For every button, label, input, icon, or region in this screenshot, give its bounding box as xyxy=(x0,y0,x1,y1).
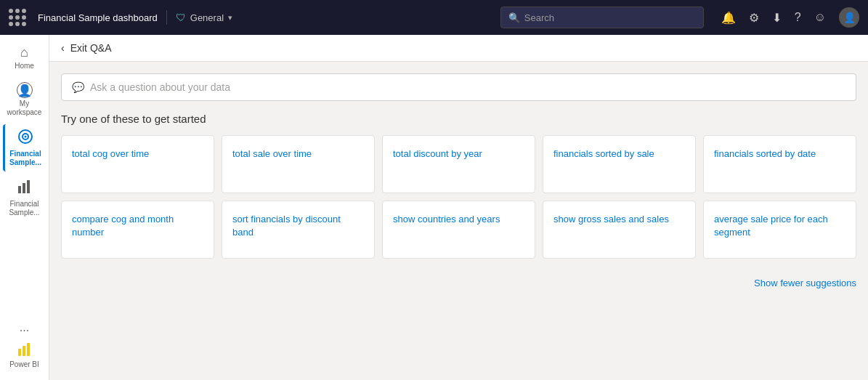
suggestion-card-7[interactable]: sort financials by discount band xyxy=(222,201,375,259)
show-fewer-link[interactable]: Show fewer suggestions xyxy=(754,278,856,288)
nav-workspace-label: General xyxy=(190,12,224,23)
powerbi-label: Power BI xyxy=(9,360,39,368)
suggestion-text-1: total cog over time xyxy=(72,147,149,161)
sidebar-home-label: Home xyxy=(15,62,34,70)
suggestion-text-9: show gross sales and sales xyxy=(553,213,669,226)
suggestion-text-2: total sale over time xyxy=(232,147,312,161)
svg-rect-6 xyxy=(18,349,21,356)
suggestion-card-3[interactable]: total discount by year xyxy=(382,135,535,193)
suggestions-title: Try one of these to get started xyxy=(61,113,856,125)
suggestion-text-8: show countries and years xyxy=(393,213,500,226)
svg-point-2 xyxy=(25,136,27,138)
bell-icon[interactable]: 🔔 xyxy=(721,11,736,25)
top-nav: Financial Sample dashboard 🛡 General ▾ 🔍… xyxy=(0,0,868,35)
sidebar-financial-active-label: Financial Sample... xyxy=(8,150,44,167)
nav-divider xyxy=(166,10,167,25)
suggestion-card-10[interactable]: average sale price for each segment xyxy=(703,201,856,259)
svg-rect-8 xyxy=(27,343,30,356)
chevron-down-icon: ▾ xyxy=(228,13,232,23)
nav-workspace-badge[interactable]: 🛡 General ▾ xyxy=(176,12,232,23)
suggestion-text-6: compare cog and month number xyxy=(72,213,203,239)
download-icon[interactable]: ⬇ xyxy=(772,11,782,25)
search-icon: 🔍 xyxy=(508,12,520,23)
main-content: ‹ Exit Q&A 💬 Ask a question about your d… xyxy=(49,35,868,380)
suggestion-text-7: sort financials by discount band xyxy=(232,213,364,239)
suggestion-card-4[interactable]: financials sorted by sale xyxy=(543,135,696,193)
suggestion-text-5: financials sorted by date xyxy=(714,147,816,161)
bar-chart-icon xyxy=(17,179,33,198)
more-icon: ... xyxy=(20,321,29,333)
sidebar-powerbi[interactable]: Power BI xyxy=(9,341,39,374)
powerbi-logo-icon xyxy=(15,341,33,359)
sidebar-financial-2-label: Financial Sample... xyxy=(6,200,44,217)
feedback-icon[interactable]: ☺ xyxy=(814,11,826,24)
help-icon[interactable]: ? xyxy=(795,11,801,24)
search-placeholder: Search xyxy=(524,12,554,23)
svg-rect-7 xyxy=(23,346,25,356)
suggestion-card-6[interactable]: compare cog and month number xyxy=(61,201,214,259)
gear-icon[interactable]: ⚙ xyxy=(749,11,759,25)
suggestion-card-5[interactable]: financials sorted by date xyxy=(703,135,856,193)
sidebar: ⌂ Home 👤 My workspace Financial Sample..… xyxy=(0,35,49,380)
qa-placeholder-text: Ask a question about your data xyxy=(90,81,230,93)
avatar-icon: 👤 xyxy=(843,12,856,23)
person-icon: 👤 xyxy=(17,82,33,98)
user-avatar[interactable]: 👤 xyxy=(839,7,859,28)
svg-rect-4 xyxy=(23,183,25,193)
sidebar-item-financial-active[interactable]: Financial Sample... xyxy=(3,124,46,171)
chat-icon: 💬 xyxy=(72,81,84,93)
suggestion-text-4: financials sorted by sale xyxy=(553,147,654,161)
qa-input-section: 💬 Ask a question about your data xyxy=(49,62,868,113)
app-grid-icon[interactable] xyxy=(9,9,26,26)
nav-title: Financial Sample dashboard xyxy=(38,12,158,23)
suggestion-card-2[interactable]: total sale over time xyxy=(222,135,375,193)
suggestion-card-1[interactable]: total cog over time xyxy=(61,135,214,193)
show-fewer-section: Show fewer suggestions xyxy=(49,270,868,289)
exit-qa-bar: ‹ Exit Q&A xyxy=(49,35,868,62)
svg-rect-3 xyxy=(18,186,21,193)
suggestion-card-9[interactable]: show gross sales and sales xyxy=(543,201,696,259)
suggestion-text-3: total discount by year xyxy=(393,147,482,161)
home-icon: ⌂ xyxy=(20,45,28,60)
sidebar-more-button[interactable]: ... xyxy=(15,317,33,339)
global-search-box[interactable]: 🔍 Search xyxy=(500,7,704,28)
sidebar-my-workspace-label: My workspace xyxy=(6,100,44,117)
suggestion-text-10: average sale price for each segment xyxy=(714,213,845,239)
suggestions-grid: total cog over time total sale over time… xyxy=(61,135,856,259)
back-arrow-icon[interactable]: ‹ xyxy=(61,42,65,54)
shield-icon: 🛡 xyxy=(176,12,186,23)
nav-action-icons: 🔔 ⚙ ⬇ ? ☺ 👤 xyxy=(721,7,859,28)
suggestions-section: Try one of these to get started total co… xyxy=(49,113,868,270)
suggestion-card-8[interactable]: show countries and years xyxy=(382,201,535,259)
financial-active-icon xyxy=(17,129,33,148)
sidebar-item-home[interactable]: ⌂ Home xyxy=(3,41,46,75)
main-layout: ⌂ Home 👤 My workspace Financial Sample..… xyxy=(0,35,868,380)
svg-rect-5 xyxy=(27,180,30,193)
exit-qa-label: Exit Q&A xyxy=(70,42,112,54)
sidebar-item-my-workspace[interactable]: 👤 My workspace xyxy=(3,78,46,121)
qa-input-box[interactable]: 💬 Ask a question about your data xyxy=(61,73,856,101)
sidebar-item-financial-2[interactable]: Financial Sample... xyxy=(3,174,46,222)
